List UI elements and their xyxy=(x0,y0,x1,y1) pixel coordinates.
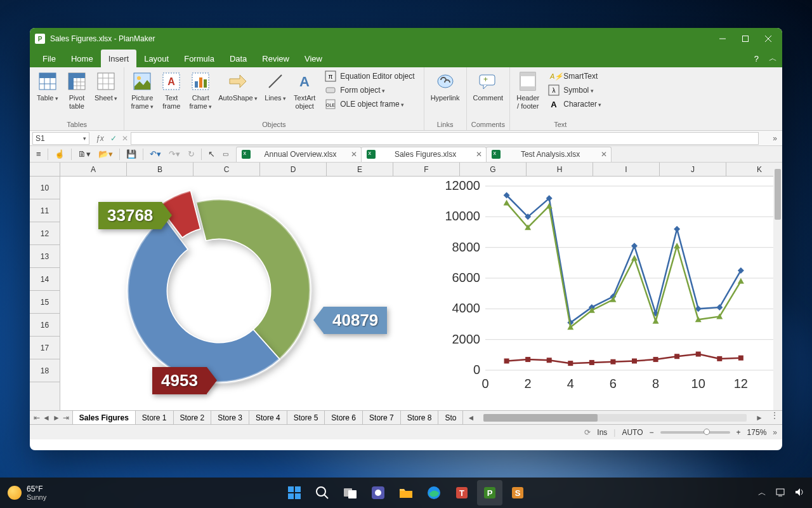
start-button[interactable] xyxy=(282,480,307,505)
titlebar[interactable]: P Sales Figures.xlsx - PlanMaker xyxy=(30,28,782,50)
menu-insert[interactable]: Insert xyxy=(101,50,137,67)
sheet-tab[interactable]: Store 4 xyxy=(249,411,287,424)
column-header[interactable]: A xyxy=(60,163,127,176)
sheet-tab[interactable]: Sto xyxy=(438,411,463,424)
textmaker-icon[interactable]: T xyxy=(449,480,475,505)
cell-reference-box[interactable]: S1▾ xyxy=(32,132,89,145)
formula-expand-icon[interactable]: » xyxy=(770,134,780,143)
horizontal-scrollbar[interactable]: ◄► xyxy=(463,411,767,424)
search-button[interactable] xyxy=(310,480,335,505)
donut-chart[interactable]: 33768 40879 4953 xyxy=(111,183,327,401)
row-header[interactable]: 13 xyxy=(30,245,60,268)
formula-accept-icon[interactable]: ✓ xyxy=(108,134,119,143)
autoshape-button[interactable]: AutoShape xyxy=(216,69,260,104)
spreadsheet-grid[interactable]: ABCDEFGHIJK 101112131415161718 33768 408… xyxy=(30,163,782,410)
row-header[interactable]: 14 xyxy=(30,268,60,291)
sync-icon[interactable]: ⟳ xyxy=(584,428,591,437)
sheet-tab[interactable]: Store 3 xyxy=(211,411,249,424)
zoom-level[interactable]: 175% xyxy=(747,428,767,437)
equation-editor-button[interactable]: πEquation Editor object xyxy=(322,70,417,83)
table-button[interactable]: Table xyxy=(34,69,62,104)
row-header[interactable]: 11 xyxy=(30,199,60,222)
menu-formula[interactable]: Formula xyxy=(176,50,222,67)
line-chart[interactable]: 02000400060008000100001200002468101214 xyxy=(441,173,782,402)
edge-icon[interactable] xyxy=(421,480,447,505)
status-expand-icon[interactable]: » xyxy=(773,428,777,437)
sheet-options-icon[interactable]: ⋮ xyxy=(767,411,782,424)
zoom-slider[interactable] xyxy=(660,431,730,434)
tray-chevron-icon[interactable]: ︿ xyxy=(758,487,766,498)
ole-object-button[interactable]: OLEOLE object frame xyxy=(322,98,417,110)
sheet-button[interactable]: Sheet xyxy=(92,69,120,104)
object-mode-icon[interactable]: ▭ xyxy=(220,149,231,159)
redo-icon[interactable]: ↷▾ xyxy=(166,148,183,160)
sheet-nav-last-icon[interactable]: ⇥ xyxy=(63,413,69,422)
row-header[interactable]: 15 xyxy=(30,291,60,314)
row-header[interactable]: 17 xyxy=(30,337,60,359)
file-explorer-icon[interactable] xyxy=(393,480,419,505)
new-file-icon[interactable]: 🗎▾ xyxy=(75,148,93,160)
menu-data[interactable]: Data xyxy=(222,50,254,67)
document-tab[interactable]: Sales Figures.xlsx✕ xyxy=(361,147,487,162)
column-header[interactable]: D xyxy=(260,163,327,176)
taskbar-weather[interactable]: 65°FSunny xyxy=(8,485,46,501)
sheet-tab[interactable]: Store 2 xyxy=(173,411,212,424)
text-frame-button[interactable]: AText frame xyxy=(157,69,185,111)
document-tab[interactable]: Test Analysis.xlsx✕ xyxy=(486,147,612,162)
smarttext-button[interactable]: A⚡SmartText xyxy=(546,70,604,83)
picture-frame-button[interactable]: Picture frame xyxy=(128,69,156,111)
column-header[interactable]: C xyxy=(193,163,260,176)
sheet-tab[interactable]: Store 7 xyxy=(362,411,401,424)
sheet-tab[interactable]: Sales Figures xyxy=(72,411,136,424)
open-file-icon[interactable]: 📂▾ xyxy=(96,148,115,160)
menu-layout[interactable]: Layout xyxy=(136,50,176,67)
row-header[interactable]: 18 xyxy=(30,359,60,382)
row-header[interactable]: 10 xyxy=(30,177,60,199)
lines-button[interactable]: Lines xyxy=(261,69,289,104)
undo-icon[interactable]: ↶▾ xyxy=(147,148,164,160)
sheet-nav-next-icon[interactable]: ► xyxy=(53,413,60,422)
symbol-button[interactable]: λSymbol xyxy=(546,84,604,97)
touch-mode-icon[interactable]: ☝ xyxy=(52,148,67,160)
cell-area[interactable]: 33768 40879 4953 02000400060008000100001… xyxy=(60,177,773,410)
formula-cancel-icon[interactable]: ✕ xyxy=(119,134,131,143)
close-button[interactable] xyxy=(754,29,782,50)
menu-view[interactable]: View xyxy=(297,50,330,67)
row-header[interactable]: 16 xyxy=(30,314,60,337)
close-tab-icon[interactable]: ✕ xyxy=(476,150,482,159)
close-tab-icon[interactable]: ✕ xyxy=(601,150,607,159)
document-tab[interactable]: Annual Overview.xlsx✕ xyxy=(236,147,362,162)
vertical-scrollbar[interactable] xyxy=(773,163,782,410)
sheet-tab[interactable]: Store 8 xyxy=(400,411,439,424)
tray-network-icon[interactable] xyxy=(775,487,785,499)
header-footer-button[interactable]: Header / footer xyxy=(514,69,542,111)
zoom-out-icon[interactable]: − xyxy=(650,428,654,437)
row-headers[interactable]: 101112131415161718 xyxy=(30,177,60,410)
repeat-icon[interactable]: ↻ xyxy=(185,148,197,160)
task-view-button[interactable] xyxy=(337,480,363,505)
cursor-icon[interactable]: ↖ xyxy=(206,148,218,160)
formula-input[interactable] xyxy=(131,132,759,145)
sheet-nav-first-icon[interactable]: ⇤ xyxy=(34,413,40,422)
hyperlink-button[interactable]: Hyperlink xyxy=(428,69,462,104)
tray-volume-icon[interactable] xyxy=(794,487,804,499)
align-icon[interactable]: ≡ xyxy=(34,148,44,160)
pivot-table-button[interactable]: Pivot table xyxy=(63,69,91,111)
menu-home[interactable]: Home xyxy=(63,50,101,67)
comment-button[interactable]: +Comment xyxy=(471,69,506,104)
sheet-tab[interactable]: Store 6 xyxy=(324,411,363,424)
form-object-button[interactable]: Form object xyxy=(322,84,417,97)
zoom-in-icon[interactable]: + xyxy=(737,428,741,437)
menu-review[interactable]: Review xyxy=(254,50,297,67)
presentations-icon[interactable]: S xyxy=(505,480,530,505)
sheet-nav-prev-icon[interactable]: ◄ xyxy=(43,413,50,422)
save-icon[interactable]: 💾 xyxy=(124,148,139,160)
close-tab-icon[interactable]: ✕ xyxy=(351,150,357,159)
help-icon[interactable]: ? xyxy=(749,50,764,67)
taskbar[interactable]: 65°FSunny T P S ︿ xyxy=(0,478,812,508)
row-header[interactable]: 12 xyxy=(30,222,60,245)
teams-icon[interactable] xyxy=(365,480,391,505)
chart-frame-button[interactable]: Chart frame xyxy=(187,69,214,111)
column-header[interactable]: E xyxy=(327,163,393,176)
select-all-corner[interactable] xyxy=(30,163,60,177)
